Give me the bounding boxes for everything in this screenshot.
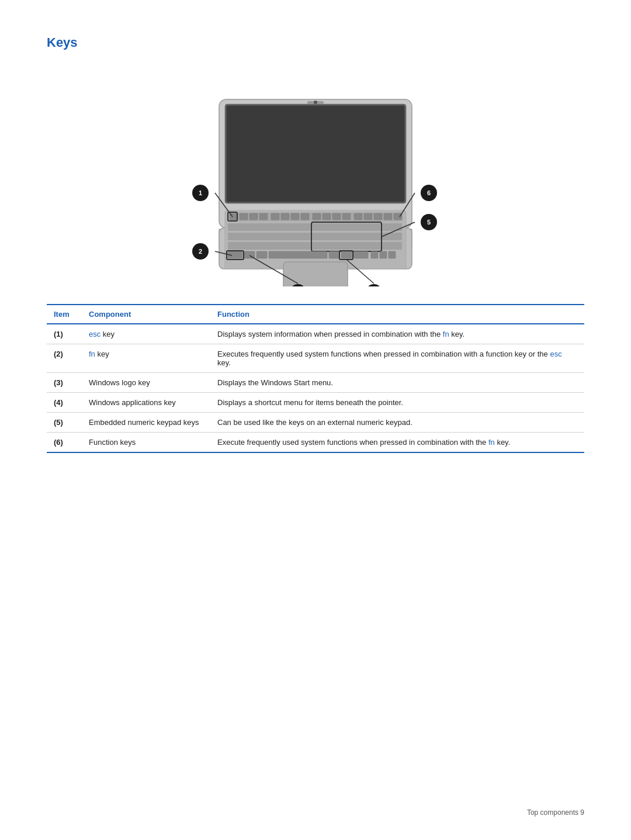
- svg-text:2: 2: [199, 248, 202, 255]
- function-description: Displays a shortcut menu for items benea…: [210, 393, 584, 413]
- table-row: (3) Windows logo key Displays the Window…: [47, 373, 584, 393]
- table-header-row: Item Component Function: [47, 305, 584, 324]
- svg-rect-41: [283, 262, 348, 286]
- svg-rect-13: [271, 213, 279, 220]
- svg-rect-24: [384, 213, 392, 220]
- component-name: Function keys: [82, 433, 210, 453]
- svg-text:1: 1: [199, 189, 202, 196]
- svg-rect-38: [380, 251, 387, 258]
- svg-rect-35: [341, 251, 352, 258]
- component-name: Windows logo key: [82, 373, 210, 393]
- component-name: Embedded numeric keypad keys: [82, 413, 210, 433]
- svg-rect-33: [269, 251, 327, 258]
- svg-rect-2: [227, 106, 404, 202]
- item-number: (2): [47, 344, 82, 373]
- function-description: Displays system information when pressed…: [210, 324, 584, 344]
- col-component: Component: [82, 305, 210, 324]
- svg-rect-17: [313, 213, 321, 220]
- svg-text:5: 5: [427, 219, 431, 226]
- svg-point-56: [366, 284, 382, 286]
- function-description: Execute frequently used system functions…: [210, 433, 584, 453]
- svg-rect-21: [354, 213, 362, 220]
- svg-rect-22: [364, 213, 372, 220]
- svg-rect-27: [228, 233, 402, 240]
- laptop-illustration: 1 2 3 4 5 6: [47, 64, 584, 286]
- svg-rect-18: [323, 213, 331, 220]
- svg-rect-36: [353, 251, 368, 258]
- col-item: Item: [47, 305, 82, 324]
- svg-text:6: 6: [427, 189, 431, 196]
- page-title: Keys: [47, 35, 584, 50]
- table-row: (6) Function keys Execute frequently use…: [47, 433, 584, 453]
- svg-rect-32: [256, 251, 267, 258]
- component-name: fn key: [82, 344, 210, 373]
- svg-rect-12: [259, 213, 268, 220]
- item-number: (3): [47, 373, 82, 393]
- svg-rect-37: [371, 251, 378, 258]
- table-row: (2) fn key Executes frequently used syst…: [47, 344, 584, 373]
- svg-rect-14: [281, 213, 289, 220]
- item-number: (4): [47, 393, 82, 413]
- function-description: Executes frequently used system function…: [210, 344, 584, 373]
- svg-rect-11: [249, 213, 258, 220]
- col-function: Function: [210, 305, 584, 324]
- svg-rect-15: [291, 213, 299, 220]
- item-number: (1): [47, 324, 82, 344]
- svg-rect-10: [240, 213, 248, 220]
- svg-rect-28: [228, 242, 402, 250]
- table-row: (1) esc key Displays system information …: [47, 324, 584, 344]
- svg-rect-20: [342, 213, 351, 220]
- page-footer: Top components 9: [527, 808, 584, 817]
- item-number: (5): [47, 413, 82, 433]
- component-name: Windows applications key: [82, 393, 210, 413]
- table-row: (5) Embedded numeric keypad keys Can be …: [47, 413, 584, 433]
- svg-rect-34: [329, 251, 339, 258]
- svg-rect-39: [389, 251, 396, 258]
- function-description: Displays the Windows Start menu.: [210, 373, 584, 393]
- item-number: (6): [47, 433, 82, 453]
- table-row: (4) Windows applications key Displays a …: [47, 393, 584, 413]
- component-name: esc key: [82, 324, 210, 344]
- function-description: Can be used like the keys on an external…: [210, 413, 584, 433]
- svg-rect-26: [228, 223, 402, 231]
- svg-rect-23: [374, 213, 382, 220]
- svg-point-4: [314, 101, 317, 104]
- svg-rect-16: [301, 213, 309, 220]
- svg-rect-19: [332, 213, 341, 220]
- components-table: Item Component Function (1) esc key Disp…: [47, 304, 584, 453]
